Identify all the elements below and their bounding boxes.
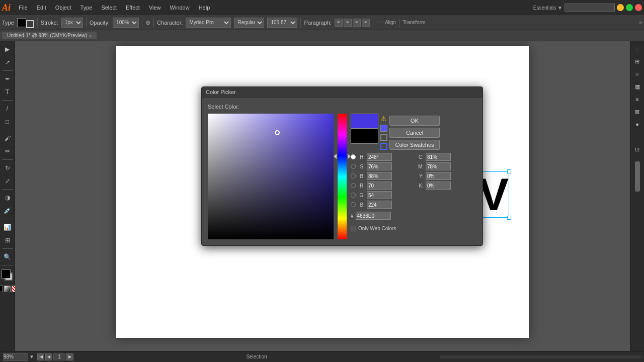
green-radio[interactable] bbox=[351, 193, 356, 198]
paintbrush-tool[interactable]: 🖌 bbox=[2, 132, 14, 144]
menu-object[interactable]: Object bbox=[51, 4, 75, 12]
globe-icon[interactable]: ⊕ bbox=[145, 19, 150, 26]
blue-radio[interactable] bbox=[351, 202, 356, 207]
none-color-btn[interactable] bbox=[0, 286, 3, 292]
red-radio[interactable] bbox=[351, 183, 356, 188]
zoom-tool[interactable]: 🔍 bbox=[2, 251, 14, 263]
scale-tool[interactable]: ⤢ bbox=[2, 175, 14, 187]
new-color-swatch[interactable] bbox=[351, 114, 378, 129]
type-tool[interactable]: T bbox=[2, 86, 14, 98]
black-input[interactable] bbox=[426, 182, 451, 190]
fill-swatch-tool[interactable] bbox=[2, 269, 11, 279]
red-input[interactable] bbox=[367, 182, 392, 190]
page-input[interactable] bbox=[53, 353, 65, 360]
scrollbar-thumb[interactable] bbox=[635, 161, 640, 192]
handle-tr[interactable] bbox=[507, 169, 511, 173]
blue-input[interactable] bbox=[367, 201, 392, 209]
fill-color-box[interactable] bbox=[1, 268, 15, 283]
minimize-button[interactable] bbox=[617, 4, 624, 11]
stroke-weight-select[interactable]: 1px bbox=[61, 18, 83, 28]
first-page-btn[interactable]: |◀ bbox=[37, 353, 44, 360]
sat-radio[interactable] bbox=[351, 164, 356, 169]
graph-tool[interactable]: 📊 bbox=[2, 221, 14, 233]
font-style-select[interactable]: Regular bbox=[234, 18, 264, 28]
hue-input[interactable] bbox=[367, 153, 392, 161]
menu-window[interactable]: Window bbox=[166, 4, 194, 12]
selection-tool[interactable]: ▶ bbox=[2, 43, 14, 55]
panel-toggle-5[interactable]: ≡ bbox=[632, 94, 643, 105]
color-gradient-square[interactable] bbox=[208, 114, 334, 239]
more-arrow[interactable]: » bbox=[639, 20, 642, 25]
transform-label[interactable]: Transform bbox=[403, 20, 425, 25]
opacity-select[interactable]: 100% bbox=[113, 18, 139, 28]
cancel-button[interactable]: Cancel bbox=[389, 128, 440, 138]
ok-button[interactable]: OK bbox=[389, 116, 440, 126]
gradient-color-btn[interactable] bbox=[4, 286, 11, 292]
menu-type[interactable]: Type bbox=[76, 4, 97, 12]
menu-edit[interactable]: Edit bbox=[33, 4, 50, 12]
green-input[interactable] bbox=[367, 191, 392, 199]
panel-toggle-9[interactable]: ⊡ bbox=[632, 144, 643, 155]
font-size-select[interactable]: 105.87 p bbox=[267, 18, 297, 28]
web-safe-color-icon[interactable] bbox=[380, 134, 387, 141]
font-family-select[interactable]: Myriad Pro bbox=[186, 18, 231, 28]
yellow-input[interactable] bbox=[426, 172, 451, 180]
mesh-tool[interactable]: ⊞ bbox=[2, 234, 14, 246]
main-area: ▶ ↗ ✒ T / □ 🖌 ✏ ↻ ⤢ ◑ 💉 📊 ⊞ 🔍 bbox=[0, 41, 644, 351]
hue-label: H: bbox=[358, 154, 365, 160]
pen-tool[interactable]: ✒ bbox=[2, 73, 14, 85]
tab-close-btn[interactable]: × bbox=[89, 33, 92, 38]
fill-swatch[interactable] bbox=[17, 18, 26, 27]
cyan-input[interactable] bbox=[426, 153, 451, 161]
color-swatches-button[interactable]: Color Swatches bbox=[389, 140, 440, 150]
search-input[interactable] bbox=[565, 4, 615, 12]
menu-help[interactable]: Help bbox=[195, 4, 214, 12]
align-justify-btn[interactable]: ≡ bbox=[362, 19, 370, 27]
zoom-dropdown-icon[interactable]: ▼ bbox=[29, 354, 34, 359]
spectrum-slider[interactable] bbox=[338, 114, 347, 239]
close-button[interactable] bbox=[635, 4, 642, 11]
zoom-input[interactable] bbox=[3, 353, 28, 361]
old-color-swatch[interactable] bbox=[351, 129, 378, 144]
panel-toggle-6[interactable]: ⊠ bbox=[632, 106, 643, 117]
bright-input[interactable] bbox=[367, 172, 392, 180]
magenta-input[interactable] bbox=[426, 162, 451, 170]
bright-radio[interactable] bbox=[351, 173, 356, 178]
rect-tool[interactable]: □ bbox=[2, 116, 14, 128]
maximize-button[interactable] bbox=[626, 4, 633, 11]
canvas-area[interactable]: V Color Picker Select Color: bbox=[15, 41, 630, 351]
panel-toggle-7[interactable]: ● bbox=[632, 119, 643, 130]
document-tab[interactable]: Untitled-1* @ 98% (CMYK/Preview) × bbox=[2, 32, 97, 39]
handle-br[interactable] bbox=[507, 216, 511, 220]
web-safe-alt-icon[interactable] bbox=[380, 143, 387, 150]
panel-toggle-8[interactable]: ≡ bbox=[632, 131, 643, 142]
direct-selection-tool[interactable]: ↗ bbox=[2, 56, 14, 68]
menu-view[interactable]: View bbox=[145, 4, 165, 12]
next-page-btn[interactable]: ▶ bbox=[66, 353, 73, 360]
panel-toggle-3[interactable]: ≡ bbox=[632, 68, 643, 79]
menu-effect[interactable]: Effect bbox=[122, 4, 144, 12]
rotate-tool[interactable]: ↻ bbox=[2, 162, 14, 174]
eyedropper-tool[interactable]: 💉 bbox=[2, 205, 14, 217]
hue-radio[interactable] bbox=[351, 154, 356, 159]
align-center-btn[interactable]: ≡ bbox=[344, 19, 352, 27]
gradient-tool[interactable]: ◑ bbox=[2, 192, 14, 204]
gamut-color-icon[interactable] bbox=[380, 125, 387, 132]
align-right-btn[interactable]: ≡ bbox=[353, 19, 361, 27]
sat-input[interactable] bbox=[367, 162, 392, 170]
more-icon[interactable]: ⋯ bbox=[376, 19, 382, 26]
pencil-tool[interactable]: ✏ bbox=[2, 145, 14, 157]
align-left-btn[interactable]: ≡ bbox=[335, 19, 343, 27]
prev-page-btn[interactable]: ◀ bbox=[45, 353, 52, 360]
panel-toggle-4[interactable]: ▦ bbox=[632, 81, 643, 92]
panel-toggle-1[interactable]: ≡ bbox=[632, 43, 643, 54]
align-label[interactable]: Align bbox=[385, 20, 396, 25]
hex-input[interactable] bbox=[356, 212, 391, 220]
web-colors-checkbox[interactable] bbox=[351, 226, 356, 231]
panel-toggle-2[interactable]: ⊞ bbox=[632, 56, 643, 67]
divider-5 bbox=[300, 18, 301, 28]
line-tool[interactable]: / bbox=[2, 103, 14, 115]
menu-file[interactable]: File bbox=[15, 4, 32, 12]
menu-select[interactable]: Select bbox=[97, 4, 121, 12]
stroke-swatch[interactable] bbox=[26, 20, 34, 28]
